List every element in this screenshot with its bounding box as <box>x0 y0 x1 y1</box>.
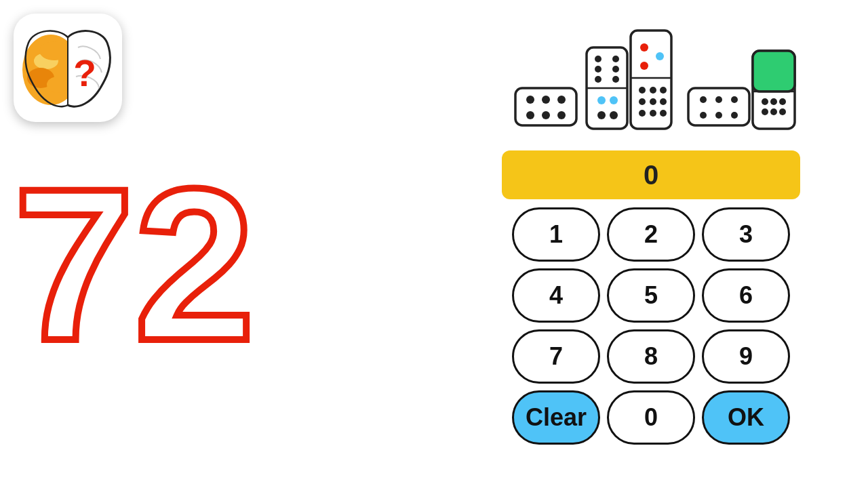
svg-point-32 <box>650 87 656 94</box>
btn-9[interactable]: 9 <box>702 329 790 384</box>
btn-6[interactable]: 6 <box>702 268 790 323</box>
svg-point-51 <box>770 98 777 105</box>
svg-point-44 <box>700 112 707 119</box>
btn-8[interactable]: 8 <box>607 329 695 384</box>
keypad-row-1: 1 2 3 <box>502 207 800 262</box>
display-value: 0 <box>644 160 658 190</box>
svg-point-8 <box>526 96 534 104</box>
svg-point-42 <box>715 96 722 103</box>
dominoes-svg <box>495 10 807 142</box>
svg-point-2 <box>39 41 69 60</box>
svg-point-41 <box>700 96 707 103</box>
svg-point-4 <box>47 77 68 93</box>
svg-point-13 <box>557 111 566 119</box>
svg-point-23 <box>610 96 618 104</box>
right-panel: 0 1 2 3 4 5 6 7 8 9 Clear 0 OK <box>488 7 814 445</box>
keypad: 1 2 3 4 5 6 7 8 9 Clear 0 OK <box>502 207 800 445</box>
svg-point-34 <box>639 98 646 105</box>
svg-point-18 <box>595 66 601 73</box>
svg-point-38 <box>650 110 656 117</box>
keypad-row-3: 7 8 9 <box>502 329 800 384</box>
app-icon: ? <box>14 14 122 122</box>
svg-point-50 <box>762 98 768 105</box>
svg-point-31 <box>639 87 646 94</box>
btn-1[interactable]: 1 <box>512 207 600 262</box>
answer-display: 0 <box>502 150 800 199</box>
svg-rect-7 <box>515 88 576 125</box>
svg-point-21 <box>612 76 619 83</box>
svg-point-24 <box>597 111 606 119</box>
svg-point-9 <box>542 96 550 104</box>
svg-point-54 <box>770 108 777 115</box>
btn-4[interactable]: 4 <box>512 268 600 323</box>
dominoes-image <box>488 7 814 142</box>
svg-point-25 <box>610 111 618 119</box>
svg-point-19 <box>612 66 619 73</box>
btn-ok[interactable]: OK <box>702 390 790 445</box>
btn-clear[interactable]: Clear <box>512 390 600 445</box>
svg-point-46 <box>731 112 738 119</box>
brain-svg: ? <box>20 24 115 112</box>
svg-point-16 <box>595 56 601 62</box>
svg-point-29 <box>656 52 664 60</box>
svg-point-52 <box>779 98 786 105</box>
btn-2[interactable]: 2 <box>607 207 695 262</box>
btn-5[interactable]: 5 <box>607 268 695 323</box>
keypad-row-2: 4 5 6 <box>502 268 800 323</box>
svg-rect-40 <box>688 88 749 125</box>
svg-point-22 <box>597 96 606 104</box>
btn-0[interactable]: 0 <box>607 390 695 445</box>
svg-text:?: ? <box>73 52 96 94</box>
svg-point-10 <box>557 96 566 104</box>
svg-point-37 <box>639 110 646 117</box>
btn-3[interactable]: 3 <box>702 207 790 262</box>
svg-point-36 <box>660 98 667 105</box>
svg-point-43 <box>731 96 738 103</box>
svg-point-39 <box>660 110 667 117</box>
level-number: 72 <box>14 156 255 373</box>
svg-point-33 <box>660 87 667 94</box>
svg-rect-48 <box>753 51 795 92</box>
svg-point-30 <box>640 62 648 70</box>
btn-7[interactable]: 7 <box>512 329 600 384</box>
svg-point-55 <box>779 108 786 115</box>
svg-point-20 <box>595 76 601 83</box>
svg-point-28 <box>640 43 648 52</box>
svg-point-53 <box>762 108 768 115</box>
svg-point-45 <box>715 112 722 119</box>
svg-point-11 <box>526 111 534 119</box>
svg-point-35 <box>650 98 656 105</box>
keypad-row-4: Clear 0 OK <box>502 390 800 445</box>
svg-point-17 <box>612 56 619 62</box>
svg-point-12 <box>542 111 550 119</box>
